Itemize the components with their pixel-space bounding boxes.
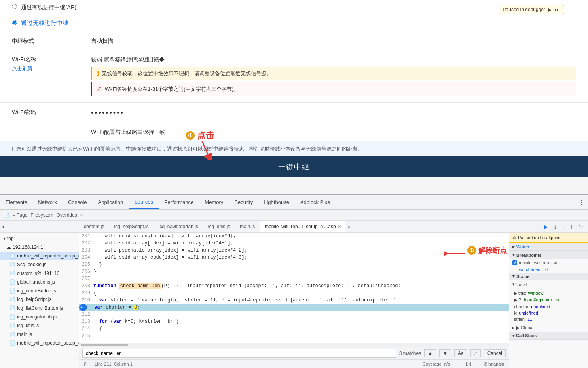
regex-btn[interactable]: .*	[470, 349, 481, 357]
tree-file-main[interactable]: 📄 main.js	[0, 330, 79, 339]
chevron-more-icon[interactable]: »	[80, 212, 83, 218]
code-line-201: 201 wifi_ssid_strength[idex] = wifi_arra…	[79, 233, 509, 240]
wifi-name-row: Wi-Fi名称 点击刷新 较弱 宸翠篓鐔旀揥浮猸囗鎸◆ ℹ 无线信号较弱，该位置…	[0, 50, 588, 103]
code-line-202: 202 wifi_ssid_array[idex] = wifi_array[i…	[79, 240, 509, 247]
source-tab-content[interactable]: content.js	[79, 221, 109, 233]
warning-text-1: 无线信号较弱，该位置中继效果不理想，请调整设备位置靠近无线信号源。	[102, 70, 271, 77]
wifi-config-label: Wi-Fi配置与上级路由保持一致	[91, 127, 576, 136]
tree-file-icg-help[interactable]: 📄 icg_helpScript.js	[0, 295, 79, 304]
action-button[interactable]: 一键中继	[0, 156, 588, 177]
settings-icon[interactable]: ⋮	[579, 199, 584, 205]
h-scroll-bar[interactable]	[81, 344, 128, 346]
source-tab-utils[interactable]: icg_utils.js	[203, 221, 235, 233]
wifi-password-label: Wi-Fi密码	[12, 107, 91, 116]
breakpoints-header[interactable]: ▾ Breakpoints	[509, 251, 588, 259]
tab-adblock[interactable]: Adblock Plus	[295, 195, 336, 209]
scope-charlen: charlen: undefined	[512, 303, 585, 310]
search-input[interactable]	[82, 349, 396, 358]
code-line-203: 203 wifi_psdenable_array[idex] = wifi_ar…	[79, 247, 509, 254]
watch-section: ▸ Watch	[509, 243, 588, 251]
h-scroll[interactable]	[79, 343, 509, 347]
tree-file-icg-utils[interactable]: 📄 icg_utils.js	[0, 321, 79, 330]
tab-network[interactable]: Network	[32, 195, 63, 209]
radio2-label[interactable]: 通过无线进行中继	[12, 20, 68, 26]
file-icon-utils: 📄	[9, 323, 15, 328]
step-btn[interactable]: ↪	[577, 223, 585, 231]
source-tab-main[interactable]: main.js	[235, 221, 260, 233]
code-line-208: 208 function check_name_len(P) P = input…	[79, 282, 509, 290]
code-editor[interactable]: 201 wifi_ssid_strength[idex] = wifi_arra…	[79, 233, 509, 343]
tab-console[interactable]: Console	[63, 195, 93, 209]
function-nav-icon[interactable]: {}	[84, 362, 87, 366]
source-tab-mobile[interactable]: mobile_wifi_rep...r_setup_AC.asp ✕	[260, 221, 346, 233]
tab-security[interactable]: Security	[229, 195, 258, 209]
source-tab-helpscript[interactable]: icg_helpScript.js	[109, 221, 154, 233]
editor-area: 201 wifi_ssid_strength[idex] = wifi_arra…	[79, 233, 509, 368]
source-tab-close-icon[interactable]: ✕	[338, 224, 341, 229]
resume-icon[interactable]: ▶	[548, 6, 552, 13]
global-header[interactable]: ▸ ▶ Global	[509, 324, 588, 332]
file-icon-ctrl: 📄	[9, 288, 15, 294]
overrides-label[interactable]: Overrides	[57, 212, 77, 218]
sidebar-tabs: ◂	[0, 221, 79, 233]
bp-arrow-icon: ▾	[512, 252, 515, 257]
tree-file-custom[interactable]: 📄 custom.js?t=191113	[0, 269, 79, 278]
tree-host[interactable]: ☁ 192.168.124.1	[0, 243, 79, 252]
filesystem-label[interactable]: Filesystem	[30, 212, 53, 218]
radio1-input[interactable]	[12, 4, 17, 9]
tree-file-cookie[interactable]: 📄 Scg_cookie.js	[0, 260, 79, 269]
fast-forward-icon[interactable]: ⏭	[554, 6, 560, 13]
tabs-overflow-icon[interactable]: »	[346, 223, 352, 229]
tab-memory[interactable]: Memory	[199, 195, 229, 209]
source-tab-navigatortab[interactable]: icg_navigatortab.js	[154, 221, 203, 233]
file-icon-custom: 📄	[9, 271, 15, 276]
step-over-btn[interactable]: ⤵	[552, 223, 558, 231]
tab-lighthouse[interactable]: Lighthouse	[258, 195, 295, 209]
breakpoints-section: ▾ Breakpoints mobile_wifi_rep...se var c…	[509, 251, 588, 273]
local-header[interactable]: ▾ Local	[509, 280, 588, 288]
bp-filename: mobile_wifi_rep...se	[519, 260, 557, 265]
page-nav-icon[interactable]: 📄	[3, 212, 9, 218]
search-next-btn[interactable]: ▼	[439, 349, 451, 357]
more-tools-icon[interactable]: ⋮	[579, 212, 585, 218]
step-out-btn[interactable]: ↑	[569, 223, 575, 231]
paused-warning-icon: ⚠	[512, 235, 516, 240]
sidebar-nav-back[interactable]: ◂	[2, 224, 4, 229]
file-icon-mobile2: 📄	[9, 340, 15, 346]
wifi-name-refresh-link[interactable]: 点击刷新	[12, 65, 91, 72]
sources-panel: 📄 ▸ Page Filesystem Overrides » ⋮ ◂ cont…	[0, 210, 588, 368]
radio1-label[interactable]: 通过有线进行中继(AP)	[12, 4, 76, 10]
tree-file-icg-nav[interactable]: 📄 icg_navigatortab.js	[0, 313, 79, 321]
tree-file-icg-ctrl[interactable]: 📄 icg_contrIButton.js	[0, 286, 79, 295]
radio2-input[interactable]	[12, 20, 17, 25]
tab-elements[interactable]: Elements	[0, 195, 32, 209]
scope-local-items: ▶ this: Window ▶ P: input#repeater_ss...…	[509, 288, 588, 324]
file-icon-nav: 📄	[9, 314, 15, 320]
tab-performance[interactable]: Performance	[159, 195, 199, 209]
search-prev-btn[interactable]: ▲	[424, 349, 436, 357]
tree-file-icg-list[interactable]: 📄 icg_listContrIButton.js	[0, 304, 79, 313]
code-line-209: 209 {	[79, 290, 509, 297]
bp-code-line: var charlen = 0;	[509, 266, 588, 273]
scope-header[interactable]: ▾ Scope	[509, 273, 588, 280]
wifi-password-row: Wi-Fi密码 •••••••••	[0, 103, 588, 122]
step-into-btn[interactable]: ↓	[560, 223, 566, 231]
tree-file-globalfn[interactable]: 📄 globalFunctions.js	[0, 278, 79, 286]
tree-top[interactable]: ▾ top	[0, 234, 79, 243]
pause-resume-btn[interactable]: ▶	[542, 223, 550, 231]
tree-file-mobile[interactable]: 📄 mobile_wifi_repeater_setup_AC.asp	[0, 252, 79, 260]
case-sensitive-btn[interactable]: Aa	[454, 349, 467, 357]
call-stack-section: ▾ Call Stack	[509, 332, 588, 340]
code-line-215: 215	[79, 332, 509, 339]
error-box-1: ⚠ Wi-Fi名称长度应在1-31个字节之间(中文字符占三个字节)。	[91, 82, 576, 96]
tab-sources[interactable]: Sources	[129, 195, 159, 209]
tree-file-mobile2[interactable]: 📄 mobile_wifi_repeater_setup_AC.asp	[0, 339, 79, 347]
file-sidebar: ▾ top ☁ 192.168.124.1 📄 mobile_wifi_repe…	[0, 233, 79, 368]
info-icon: ℹ	[12, 146, 14, 152]
tab-application[interactable]: Application	[93, 195, 129, 209]
call-stack-header[interactable]: ▾ Call Stack	[509, 332, 588, 340]
source-file-tabs: content.js icg_helpScript.js icg_navigat…	[79, 221, 509, 233]
cancel-btn[interactable]: Cancel	[484, 349, 506, 357]
bp-checkbox[interactable]	[512, 260, 517, 265]
watch-header[interactable]: ▸ Watch	[509, 243, 588, 251]
